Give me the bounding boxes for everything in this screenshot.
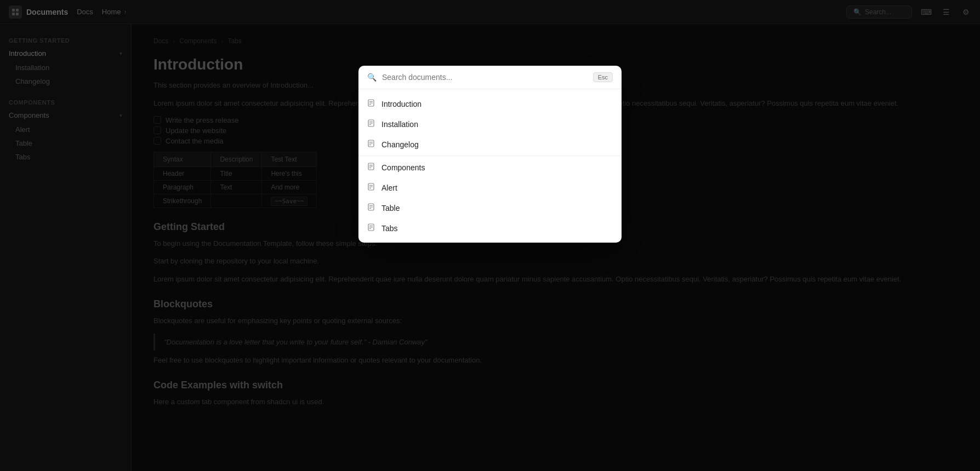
search-results: Introduction Installation [358,89,622,243]
search-modal: 🔍 Esc Introduction [358,66,622,243]
result-alert[interactable]: Alert [358,177,622,198]
doc-icon [367,183,375,192]
doc-icon [367,140,375,149]
doc-icon [367,203,375,212]
doc-icon [367,163,375,172]
doc-icon [367,119,375,129]
doc-icon [367,223,375,233]
result-changelog[interactable]: Changelog [358,134,622,154]
result-tabs[interactable]: Tabs [358,218,622,238]
result-table[interactable]: Table [358,198,622,218]
doc-icon [367,99,375,108]
esc-badge: Esc [593,72,613,82]
result-installation[interactable]: Installation [358,114,622,134]
search-modal-header: 🔍 Esc [358,66,622,89]
modal-overlay[interactable]: 🔍 Esc Introduction [0,0,980,471]
search-input[interactable] [382,73,588,82]
search-modal-icon: 🔍 [367,73,377,82]
divider [358,156,622,156]
result-introduction[interactable]: Introduction [358,94,622,114]
result-components[interactable]: Components [358,157,622,177]
